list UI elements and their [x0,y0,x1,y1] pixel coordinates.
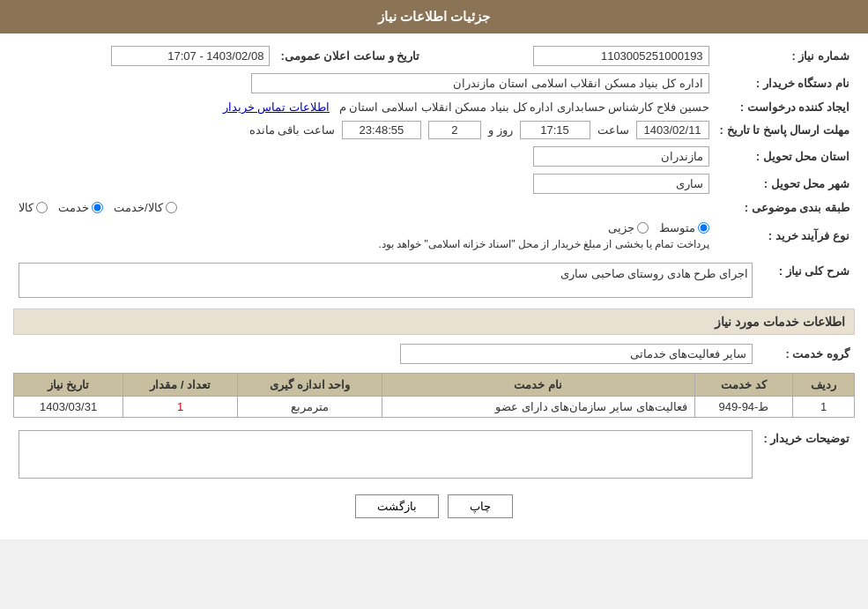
row-deadline: مهلت ارسال پاسخ تا تاریخ : 1403/02/11 سا… [13,117,855,143]
col-date: تاریخ نیاز [14,374,123,397]
number-label: شماره نیاز : [715,42,855,70]
print-button[interactable]: چاپ [448,494,513,518]
description-section-title: شرح کلی نیاز : [779,264,849,278]
category-kala[interactable]: کالا [19,201,48,214]
city-value: ساری [13,170,715,197]
purchase-type-radios: متوسط جزیی [608,221,709,234]
group-service-row: گروه خدمت : سایر فعالیت‌های خدماتی [13,340,855,368]
deadline-remaining-label: ساعت باقی مانده [249,123,335,137]
group-service-input: سایر فعالیت‌های خدماتی [400,344,753,364]
table-row: 1 ط-94-949 فعالیت‌های سایر سازمان‌های دا… [14,397,855,418]
purchase-type-group: متوسط جزیی پرداخت تمام یا بخشی از مبلغ خ… [19,221,709,250]
purchase-org-label: نام دستگاه خریدار : [715,70,855,97]
deadline-value-cell: 1403/02/11 ساعت 17:15 روز و 2 23:48:55 س… [13,117,715,143]
col-service-code: کد خدمت [694,374,793,397]
requester-value: حسین فلاح کارشناس حسابداری اداره کل بنیا… [13,97,715,117]
deadline-time-label: ساعت [597,123,629,137]
purchase-type-jozii[interactable]: جزیی [608,221,649,234]
requester-link[interactable]: اطلاعات تماس خریدار [223,100,330,114]
category-value: کالا/خدمت خدمت کالا [13,197,715,218]
announce-label: تاریخ و ساعت اعلان عمومی: [275,42,425,70]
page-title: جزئیات اطلاعات نیاز [0,0,868,33]
deadline-label: مهلت ارسال پاسخ تا تاریخ : [715,117,855,143]
deadline-time-box: 17:15 [520,121,590,139]
announce-value: 1403/02/08 - 17:07 [13,42,275,70]
description-value-cell: اجرای طرح هادی روستای صاحبی ساری [13,259,758,301]
main-info-table: شماره نیاز : 1103005251000193 تاریخ و سا… [13,42,855,254]
cell-row-num: 1 [793,397,855,418]
col-qty: تعداد / مقدار [123,374,238,397]
city-label: شهر محل تحویل : [715,170,855,197]
row-purchase-org: نام دستگاه خریدار : اداره کل بنیاد مسکن … [13,70,855,97]
row-number-announce: شماره نیاز : 1103005251000193 تاریخ و سا… [13,42,855,70]
purchase-type-motavaset[interactable]: متوسط [659,221,709,234]
deadline-days-label: روز و [488,123,513,137]
buyer-notes-value-cell [13,427,758,482]
col-row-num: ردیف [793,374,855,397]
requester-label: ایجاد کننده درخواست : [715,97,855,117]
cell-service-name: فعالیت‌های سایر سازمان‌های دارای عضو [382,397,694,418]
buyer-notes-section-label: توضیحات خریدار : [763,432,849,445]
description-textarea: اجرای طرح هادی روستای صاحبی ساری [19,263,753,298]
row-city: شهر محل تحویل : ساری [13,170,855,197]
description-row: شرح کلی نیاز : اجرای طرح هادی روستای صاح… [13,259,855,301]
services-table-body: 1 ط-94-949 فعالیت‌های سایر سازمان‌های دا… [14,397,855,418]
services-table-header-row: ردیف کد خدمت نام خدمت واحد اندازه گیری ت… [14,374,855,397]
deadline-date-box: 1403/02/11 [636,121,709,139]
category-khadamat[interactable]: خدمت [58,201,103,214]
city-input-box: ساری [533,174,709,194]
services-table-head: ردیف کد خدمت نام خدمت واحد اندازه گیری ت… [14,374,855,397]
col-unit: واحد اندازه گیری [238,374,382,397]
buyer-notes-row: توضیحات خریدار : [13,427,855,482]
description-label: شرح کلی نیاز : [758,259,855,301]
purchase-type-note: پرداخت تمام یا بخشی از مبلغ خریدار از مح… [378,238,708,250]
description-table: شرح کلی نیاز : اجرای طرح هادی روستای صاح… [13,259,855,301]
page-wrapper: جزئیات اطلاعات نیاز شماره نیاز : 1103005… [0,0,868,539]
row-purchase-type: نوع فرآیند خرید : متوسط جزیی پرداخت تمام… [13,218,855,254]
purchase-org-input-box: اداره کل بنیاد مسکن انقلاب اسلامی استان … [251,73,709,93]
cell-date: 1403/03/31 [14,397,123,418]
cell-service-code: ط-94-949 [694,397,793,418]
deadline-days-box: 2 [428,121,481,139]
purchase-type-label: نوع فرآیند خرید : [715,218,855,254]
services-table: ردیف کد خدمت نام خدمت واحد اندازه گیری ت… [13,373,855,418]
bottom-buttons: چاپ بازگشت [13,494,855,518]
row-category: طبقه بندی موضوعی : کالا/خدمت خدمت کالا [13,197,855,218]
announce-input-box: 1403/02/08 - 17:07 [111,46,270,66]
buyer-notes-label: توضیحات خریدار : [758,427,855,482]
services-section-header: اطلاعات خدمات مورد نیاز [13,308,855,335]
buyer-notes-textarea [19,430,753,479]
col-service-name: نام خدمت [382,374,694,397]
row-province: استان محل تحویل : مازندران [13,143,855,170]
category-label: طبقه بندی موضوعی : [715,197,855,218]
deadline-row: 1403/02/11 ساعت 17:15 روز و 2 23:48:55 س… [19,121,709,139]
province-input-box: مازندران [533,146,709,167]
purchase-type-value: متوسط جزیی پرداخت تمام یا بخشی از مبلغ خ… [13,218,715,254]
category-radio-group: کالا/خدمت خدمت کالا [19,201,709,214]
group-service-label: گروه خدمت : [758,340,855,368]
back-button[interactable]: بازگشت [355,494,439,518]
buyer-notes-table: توضیحات خریدار : [13,427,855,482]
province-label: استان محل تحویل : [715,143,855,170]
row-requester: ایجاد کننده درخواست : حسین فلاح کارشناس … [13,97,855,117]
deadline-remaining-box: 23:48:55 [342,121,421,139]
number-input-box: 1103005251000193 [533,46,709,66]
cell-unit: مترمربع [238,397,382,418]
cell-qty: 1 [123,397,238,418]
content-area: شماره نیاز : 1103005251000193 تاریخ و سا… [0,33,868,539]
purchase-org-value: اداره کل بنیاد مسکن انقلاب اسلامی استان … [13,70,715,97]
group-service-table: گروه خدمت : سایر فعالیت‌های خدماتی [13,340,855,368]
group-service-value: سایر فعالیت‌های خدماتی [13,340,758,368]
number-value: 1103005251000193 [425,42,714,70]
province-value: مازندران [13,143,715,170]
category-kala-khadamat[interactable]: کالا/خدمت [114,201,177,214]
requester-text: حسین فلاح کارشناس حسابداری اداره کل بنیا… [339,100,709,114]
